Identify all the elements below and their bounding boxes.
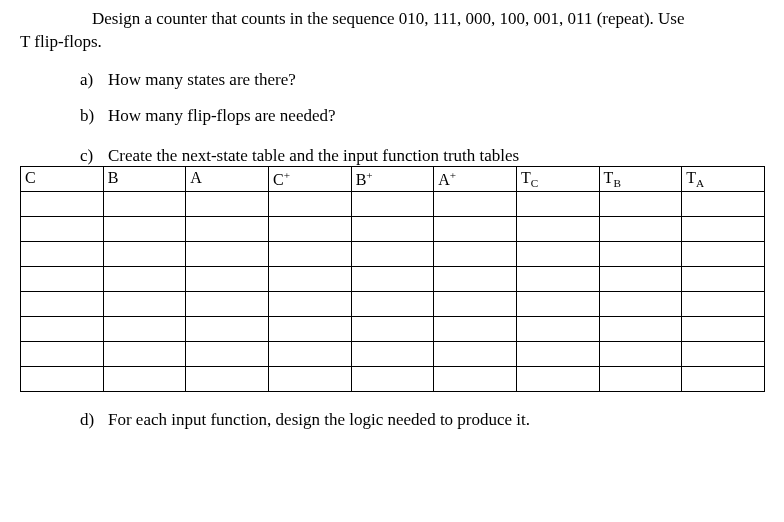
question-b: b) How many flip-flops are needed? xyxy=(80,106,764,126)
table-row xyxy=(21,342,765,367)
table-row xyxy=(21,217,765,242)
question-a-label: a) xyxy=(80,70,108,90)
table-row xyxy=(21,317,765,342)
question-a-text: How many states are there? xyxy=(108,70,764,90)
question-c-text: Create the next-state table and the inpu… xyxy=(108,146,764,166)
header-A-plus: A+ xyxy=(434,166,517,191)
header-TA: TA xyxy=(682,166,765,191)
header-C: C xyxy=(21,166,104,191)
table-row xyxy=(21,242,765,267)
intro-line1: Design a counter that counts in the sequ… xyxy=(92,9,685,28)
table-row xyxy=(21,367,765,392)
table-row xyxy=(21,267,765,292)
question-d-text: For each input function, design the logi… xyxy=(108,410,764,430)
problem-statement: Design a counter that counts in the sequ… xyxy=(20,8,764,54)
question-d: d) For each input function, design the l… xyxy=(80,410,764,430)
intro-line2: T flip-flops. xyxy=(20,32,102,51)
header-TB: TB xyxy=(599,166,682,191)
question-b-label: b) xyxy=(80,106,108,126)
question-c: c) Create the next-state table and the i… xyxy=(80,146,764,166)
header-C-plus: C+ xyxy=(268,166,351,191)
table-header-row: C B A C+ B+ A+ TC TB TA xyxy=(21,166,765,191)
table-row xyxy=(21,192,765,217)
question-d-label: d) xyxy=(80,410,108,430)
questions-ab: a) How many states are there? b) How man… xyxy=(80,70,764,126)
header-A: A xyxy=(186,166,269,191)
table-row xyxy=(21,292,765,317)
header-TC: TC xyxy=(516,166,599,191)
question-b-text: How many flip-flops are needed? xyxy=(108,106,764,126)
truth-table: C B A C+ B+ A+ TC TB TA xyxy=(20,166,765,392)
header-B-plus: B+ xyxy=(351,166,434,191)
question-a: a) How many states are there? xyxy=(80,70,764,90)
question-c-label: c) xyxy=(80,146,108,166)
header-B: B xyxy=(103,166,186,191)
